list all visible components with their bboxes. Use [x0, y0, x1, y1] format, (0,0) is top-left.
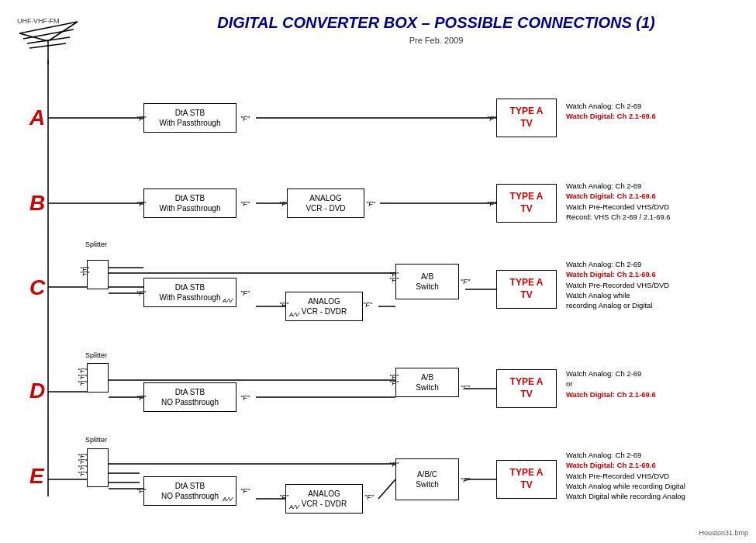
row-e-stb-box: DtA STB NO Passthrough A/V: [143, 476, 236, 506]
row-b-tv-box: TYPE A TV: [496, 184, 557, 223]
antenna-label: UHF·VHF·FM: [17, 17, 60, 25]
row-b-f2: "F": [240, 200, 250, 208]
row-d-f2: "F": [240, 394, 250, 402]
row-c-splitter-label: Splitter: [85, 240, 107, 248]
row-d-splitter-label: Splitter: [85, 351, 107, 359]
row-b-f1: "F": [136, 200, 146, 208]
row-e-tv-box: TYPE A TV: [496, 460, 557, 499]
row-c-switch-box: A/B Switch: [395, 264, 459, 299]
row-a-label: A: [29, 105, 45, 130]
row-a-f1: "F": [136, 115, 146, 123]
row-d-fc: "F": [78, 379, 87, 387]
row-e-f3: "F": [279, 493, 288, 501]
page-title: DIGITAL CONVERTER BOX – POSSIBLE CONNECT…: [124, 14, 748, 32]
row-b-vcr-box: ANALOG VCR - DVD: [287, 188, 364, 218]
row-c-label: C: [29, 275, 45, 300]
row-d-f4: "F": [389, 379, 399, 387]
row-d-watch-text: Watch Analog: Ch 2-69 or Watch Digital: …: [566, 368, 656, 399]
row-c-vcr-box: ANALOG VCR - DVDR A/V: [285, 292, 363, 321]
row-c-f4: "F": [363, 301, 372, 309]
row-e-splitter-box: [87, 448, 109, 487]
row-e-f4: "F": [364, 493, 374, 501]
row-b-f5: "F": [487, 200, 496, 208]
row-e-switch-box: A/B/C Switch: [395, 458, 459, 500]
row-d-splitter-box: [87, 363, 109, 393]
row-e-label: E: [29, 464, 44, 489]
row-e-fd: "F": [78, 470, 87, 478]
row-a-f2: "F": [240, 115, 250, 123]
row-c-splitter-box: [87, 260, 109, 289]
page-subtitle: Pre Feb. 2009: [124, 36, 748, 45]
row-c-watch-text: Watch Analog: Ch 2-69 Watch Digital: Ch …: [566, 259, 669, 310]
row-e-f1: "F": [136, 487, 146, 495]
row-a-watch-text: Watch Analog: Ch 2-69 Watch Digital: Ch …: [566, 101, 656, 122]
row-b-stb-box: DtA STB With Passthrough: [143, 188, 236, 218]
row-e-f6: "F": [461, 476, 470, 484]
row-b-label: B: [29, 191, 45, 216]
row-a-stb-box: DtA STB With Passthrough: [143, 103, 236, 133]
houston-label: Houston31.bmp: [699, 529, 748, 537]
row-a-f3: "F": [487, 115, 496, 123]
row-c-f2: "F": [240, 289, 250, 297]
row-e-f5: "F": [389, 461, 399, 469]
row-d-f5: "F": [461, 384, 470, 392]
row-d-tv-box: TYPE A TV: [496, 369, 557, 408]
row-e-watch-text: Watch Analog: Ch 2-69 Watch Digital: Ch …: [566, 450, 685, 501]
svg-line-24: [378, 479, 395, 499]
row-b-watch-text: Watch Analog: Ch 2-69 Watch Digital: Ch …: [566, 181, 671, 222]
row-d-switch-box: A/B Switch: [395, 368, 459, 397]
row-e-f2: "F": [240, 487, 250, 495]
row-d-stb-box: DtA STB NO Passthrough: [143, 382, 236, 412]
row-c-f-in2: "F": [80, 270, 89, 278]
row-a-tv-box: TYPE A TV: [496, 99, 557, 137]
row-e-vcr-box: ANALOG VCR - DVDR A/V: [285, 484, 363, 514]
row-c-stb-box: DtA STB With Passthrough A/V: [143, 278, 236, 307]
row-c-f7: "F": [461, 278, 470, 285]
row-c-f3: "F": [279, 301, 288, 309]
row-e-splitter-label: Splitter: [85, 436, 107, 444]
row-d-label: D: [29, 379, 45, 403]
row-c-f6: "F": [389, 276, 399, 284]
row-b-f4: "F": [366, 200, 375, 208]
row-c-tv-box: TYPE A TV: [496, 270, 557, 309]
row-c-f1: "F": [136, 289, 146, 297]
row-d-f1: "F": [136, 394, 146, 402]
